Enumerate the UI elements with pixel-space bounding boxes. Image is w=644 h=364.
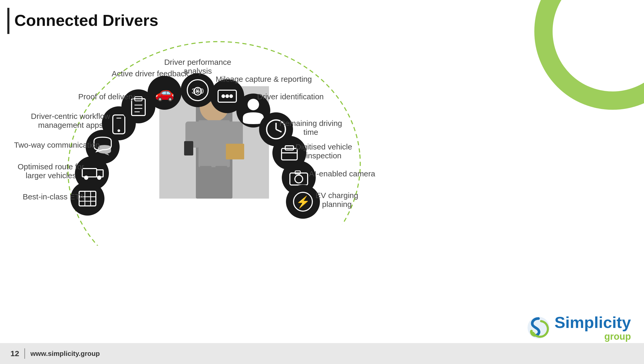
- svg-text:larger vehicles: larger vehicles: [26, 171, 76, 180]
- svg-text:Best-in-class ETA: Best-in-class ETA: [23, 192, 84, 201]
- svg-text:Optimised route for: Optimised route for: [17, 162, 84, 171]
- svg-point-54: [102, 106, 136, 140]
- svg-text:EV charging: EV charging: [315, 191, 358, 200]
- svg-rect-59: [132, 99, 145, 115]
- svg-point-28: [267, 120, 285, 139]
- svg-point-39: [286, 185, 320, 219]
- svg-rect-6: [200, 166, 212, 197]
- svg-point-52: [97, 176, 101, 180]
- bottom-bar: 12 www.simplicity.group: [0, 343, 644, 364]
- svg-rect-33: [285, 146, 294, 150]
- logo-simplicity: Simplicity: [554, 314, 631, 331]
- svg-point-58: [121, 89, 155, 123]
- website-url: www.simplicity.group: [30, 350, 100, 358]
- svg-line-30: [276, 129, 282, 132]
- svg-rect-60: [135, 97, 142, 101]
- green-arc-decoration: [534, 0, 644, 110]
- svg-rect-55: [113, 115, 125, 134]
- svg-point-51: [84, 176, 88, 180]
- svg-rect-11: [184, 141, 193, 155]
- svg-rect-38: [295, 171, 300, 174]
- svg-rect-36: [290, 173, 308, 185]
- svg-rect-7: [215, 166, 227, 197]
- svg-text:analysis: analysis: [184, 67, 212, 75]
- page-number: 12: [10, 349, 19, 358]
- svg-text:inspection: inspection: [306, 151, 341, 160]
- svg-point-31: [272, 136, 306, 170]
- svg-text:planning: planning: [322, 200, 352, 209]
- logo-area: Simplicity group: [527, 314, 631, 342]
- svg-text:time: time: [303, 128, 318, 136]
- svg-rect-4: [198, 94, 230, 102]
- svg-point-56: [118, 129, 120, 132]
- svg-point-40: [294, 192, 312, 211]
- svg-text:management apps: management apps: [38, 121, 103, 129]
- svg-text:Two-way communication: Two-way communication: [14, 141, 100, 149]
- driver-photo: [159, 86, 269, 199]
- svg-point-53: [86, 130, 120, 164]
- svg-text:Driver performance: Driver performance: [164, 58, 231, 66]
- svg-rect-10: [226, 144, 244, 159]
- svg-rect-32: [282, 148, 297, 160]
- svg-point-37: [295, 175, 303, 183]
- page-title: Connected Drivers: [14, 11, 158, 30]
- svg-rect-5: [198, 120, 230, 167]
- bottom-divider: [24, 348, 25, 359]
- svg-text:Proof of delivery: Proof of delivery: [78, 92, 135, 101]
- svg-text:Digitised vehicle: Digitised vehicle: [296, 142, 352, 151]
- svg-point-48: [75, 156, 109, 190]
- svg-rect-49: [82, 169, 97, 177]
- svg-text:Remaining driving: Remaining driving: [279, 119, 342, 128]
- svg-rect-43: [79, 191, 96, 206]
- svg-text:AI-enabled camera: AI-enabled camera: [309, 169, 375, 178]
- accent-bar: [7, 8, 9, 34]
- svg-point-42: [71, 182, 104, 216]
- simplicity-logo-icon: [527, 316, 550, 339]
- svg-rect-50: [97, 170, 103, 177]
- svg-text:Mileage capture & reporting: Mileage capture & reporting: [216, 75, 312, 83]
- svg-text:Active driver feedback: Active driver feedback: [112, 69, 189, 78]
- svg-point-35: [282, 161, 316, 195]
- logo-group: group: [554, 331, 631, 342]
- svg-text:⚡: ⚡: [296, 195, 310, 209]
- logo-text: Simplicity group: [554, 314, 631, 342]
- svg-text:Driver-centric workflow: Driver-centric workflow: [31, 112, 110, 120]
